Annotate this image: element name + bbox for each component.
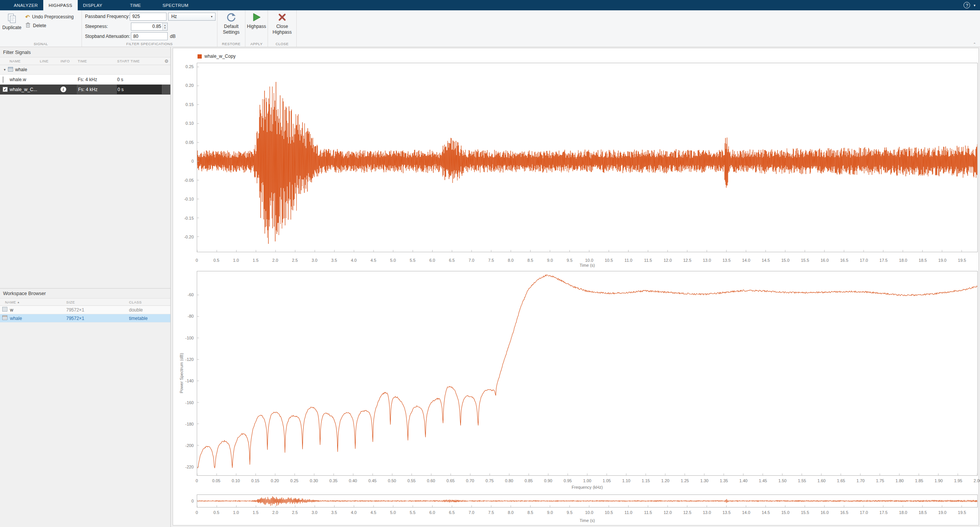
- x-tick-label: 19.0: [938, 258, 946, 263]
- panner-axes[interactable]: [197, 494, 978, 507]
- x-tick-label: 12.5: [683, 258, 691, 263]
- y-tick-label: -60: [188, 292, 194, 297]
- y-tick-label: 0.25: [186, 64, 194, 69]
- x-tick-label: 0: [196, 478, 198, 483]
- tab-display[interactable]: DISPLAY: [78, 0, 108, 10]
- y-tick-label: -0.05: [184, 178, 194, 183]
- start-time-cell: 0 s: [116, 85, 162, 94]
- signal-row-whale-w-copy[interactable]: ✓ whale_w_C... i Fs: 4 kHz 0 s: [0, 85, 170, 95]
- ws-var-size: 79572×1: [61, 307, 124, 313]
- x-tick-label: 19.0: [938, 510, 946, 515]
- spinner-arrows[interactable]: ▴ ▾: [162, 23, 167, 30]
- undo-preprocessing-button[interactable]: ↶ Undo Preprocessing: [25, 14, 74, 20]
- x-tick-label: 7.0: [469, 510, 474, 515]
- ws-var-name: whale: [10, 316, 22, 321]
- tab-highpass[interactable]: HIGHPASS: [43, 0, 78, 10]
- ribbon-section-restore: Default Settings RESTORE: [217, 10, 245, 47]
- ribbon-collapse-icon[interactable]: ⌃: [973, 42, 976, 46]
- steepness-spinner: ▴ ▾: [131, 23, 168, 31]
- signal-name: whale.w: [9, 77, 39, 82]
- time-plot-axes[interactable]: [197, 63, 978, 252]
- x-tick-label: 4.5: [371, 510, 376, 515]
- x-tick-label: 10.0: [585, 510, 593, 515]
- x-tick-label: 1.20: [661, 478, 669, 483]
- chevron-down-icon[interactable]: ▾: [973, 3, 975, 7]
- x-tick-label: 9.5: [567, 258, 572, 263]
- close-highpass-button[interactable]: Close Highpass: [268, 10, 296, 35]
- trash-icon: [25, 22, 31, 29]
- stopband-attenuation-input[interactable]: [131, 32, 168, 40]
- col-info[interactable]: INFO: [60, 59, 77, 63]
- col-line[interactable]: LINE: [39, 59, 60, 63]
- power-spectrum-axis-label: Power Spectrum (dB): [179, 353, 184, 393]
- duplicate-label: Duplicate: [2, 25, 21, 31]
- y-tick-label: -200: [185, 443, 194, 448]
- frequency-unit-value: Hz: [171, 14, 177, 19]
- x-tick-label: 6.0: [429, 258, 435, 263]
- ws-col-name[interactable]: NAME ▴: [0, 300, 61, 304]
- time-cell: Fs: 4 kHz: [77, 85, 116, 94]
- x-tick-label: 7.5: [488, 510, 494, 515]
- x-tick-label: 12.0: [663, 510, 671, 515]
- frequency-unit-dropdown[interactable]: Hz ▾: [168, 13, 216, 21]
- x-tick-label: 8.5: [528, 258, 533, 263]
- tab-analyzer[interactable]: ANALYZER: [8, 0, 43, 10]
- x-tick-label: 9.0: [547, 510, 553, 515]
- x-tick-label: 6.5: [449, 258, 455, 263]
- x-tick-label: 3.0: [312, 258, 317, 263]
- x-tick-label: 17.0: [860, 510, 868, 515]
- section-label-signal: SIGNAL: [0, 42, 82, 46]
- gear-icon[interactable]: ⚙: [162, 59, 170, 64]
- tab-time[interactable]: TIME: [124, 0, 146, 10]
- y-tick-label: -180: [185, 422, 194, 426]
- signal-checkbox[interactable]: [3, 77, 3, 83]
- x-tick-label: 0.65: [446, 478, 454, 483]
- ribbon-section-close: Close Highpass CLOSE: [268, 10, 297, 47]
- info-icon[interactable]: i: [60, 86, 66, 92]
- default-settings-label: Default Settings: [220, 24, 242, 35]
- x-tick-label: 7.0: [469, 258, 474, 263]
- col-name[interactable]: NAME: [9, 59, 39, 63]
- spinner-up-icon[interactable]: ▴: [164, 24, 165, 26]
- x-tick-label: 1.50: [778, 478, 786, 483]
- duplicate-button[interactable]: Duplicate: [2, 11, 21, 41]
- passband-frequency-input[interactable]: [130, 13, 167, 21]
- x-tick-label: 0: [196, 258, 198, 263]
- x-tick-label: 0.05: [212, 478, 220, 483]
- stopband-unit-label: dB: [170, 34, 176, 39]
- col-time[interactable]: TIME: [77, 59, 116, 63]
- close-highpass-label: Close Highpass: [270, 24, 294, 35]
- sort-asc-icon: ▴: [18, 300, 19, 304]
- x-tick-label: 1.25: [681, 478, 689, 483]
- x-tick-label: 12.5: [683, 510, 691, 515]
- workspace-row-whale[interactable]: whale 79572×1 timetable: [0, 314, 170, 323]
- spectrum-plot-axes[interactable]: [197, 271, 978, 476]
- x-tick-label: 15.0: [781, 510, 789, 515]
- workspace-row-w[interactable]: w 79572×1 double: [0, 306, 170, 314]
- y-tick-label: 0.10: [186, 121, 194, 126]
- col-start-time[interactable]: START TIME: [116, 59, 162, 63]
- left-panel: Filter Signals NAME LINE INFO TIME START…: [0, 47, 171, 527]
- ws-col-class[interactable]: CLASS: [124, 300, 170, 304]
- help-icon[interactable]: ?: [964, 2, 970, 8]
- ws-col-size[interactable]: SIZE: [61, 300, 124, 304]
- plot-legend[interactable]: whale_w_Copy: [198, 54, 235, 59]
- x-tick-label: 13.5: [722, 258, 730, 263]
- legend-swatch: [198, 54, 202, 59]
- time-cell: Fs: 4 kHz: [77, 77, 116, 82]
- delete-button[interactable]: Delete: [25, 22, 74, 29]
- y-tick-label: 0.20: [186, 83, 194, 88]
- delete-label: Delete: [33, 23, 46, 28]
- signal-checkbox-checked[interactable]: ✓: [3, 87, 8, 92]
- passband-frequency-label: Passband Frequency:: [85, 14, 130, 19]
- signal-group-row[interactable]: ▾ whale: [0, 65, 170, 75]
- expander-icon[interactable]: ▾: [4, 68, 6, 72]
- highpass-apply-button[interactable]: Highpass: [245, 10, 268, 29]
- x-tick-label: 0.60: [427, 478, 435, 483]
- x-tick-label: 3.5: [331, 258, 337, 263]
- spinner-down-icon[interactable]: ▾: [164, 26, 165, 29]
- tab-spectrum[interactable]: SPECTRUM: [157, 0, 194, 10]
- workspace-browser: Workspace Browser NAME ▴ SIZE CLASS: [0, 288, 170, 323]
- signal-row-whale-w[interactable]: whale.w Fs: 4 kHz 0 s: [0, 75, 170, 85]
- default-settings-button[interactable]: Default Settings: [217, 10, 245, 35]
